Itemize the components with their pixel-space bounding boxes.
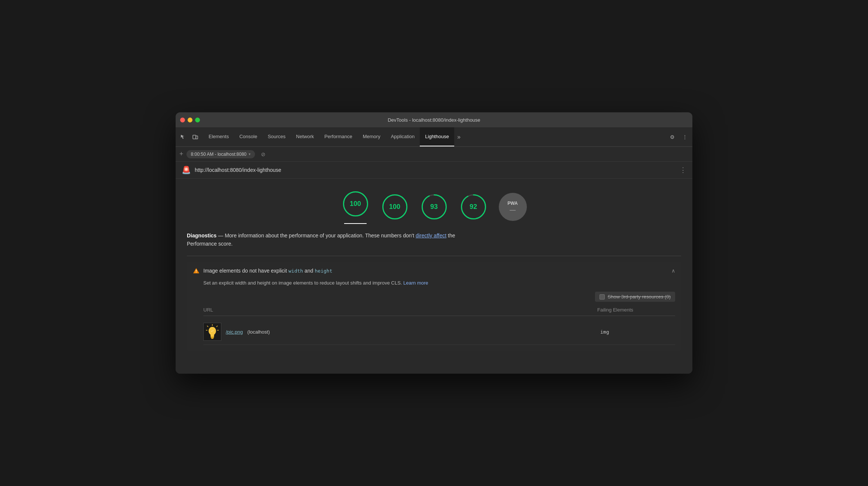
more-options-icon[interactable]: ⋮ [680, 132, 690, 142]
learn-more-link[interactable]: Learn more [403, 280, 428, 286]
lightbulb-thumbnail-icon [206, 324, 219, 340]
address-bar: + 8:00:50 AM - localhost:8080 ▾ ⊘ [176, 147, 692, 162]
window-title: DevTools - localhost:8080/index-lighthou… [388, 117, 480, 123]
diagnostics-separator: — More information about the performance… [218, 233, 416, 239]
audit-header[interactable]: ! Image elements do not have explicit wi… [187, 262, 681, 279]
resource-host: (localhost) [248, 329, 270, 335]
score-accessibility[interactable]: 100 [381, 193, 409, 221]
filter-label: Show 3rd-party resources (0) [608, 294, 671, 300]
image-thumbnail [203, 323, 221, 341]
inspect-icon[interactable] [178, 132, 188, 142]
diagnostics-title: Diagnostics [187, 233, 216, 239]
tab-lighthouse[interactable]: Lighthouse [420, 127, 454, 146]
score-value-4: 92 [470, 203, 477, 211]
audit-description: Set an explicit width and height on imag… [203, 279, 675, 287]
warning-icon: ! [193, 267, 200, 274]
devtools-window: DevTools - localhost:8080/index-lighthou… [176, 112, 692, 374]
score-value-3: 93 [430, 203, 438, 211]
failing-elements-column-header: Failing Elements [597, 307, 672, 313]
lighthouse-options-icon[interactable]: ⋮ [680, 166, 686, 174]
resource-url[interactable]: /pic.png [226, 329, 243, 335]
code-width: width [288, 268, 303, 274]
third-party-filter[interactable]: Show 3rd-party resources (0) [595, 292, 675, 302]
score-active-indicator [344, 223, 367, 224]
audit-body: Set an explicit width and height on imag… [187, 279, 681, 351]
url-bar[interactable]: 8:00:50 AM - localhost:8080 ▾ [186, 150, 255, 158]
minimize-button[interactable] [188, 118, 192, 122]
tab-memory[interactable]: Memory [358, 127, 386, 146]
scores-section: 100 100 93 [176, 179, 692, 224]
tab-application[interactable]: Application [386, 127, 420, 146]
url-text: 8:00:50 AM - localhost:8080 [191, 152, 247, 157]
diagnostics-section: Diagnostics — More information about the… [187, 231, 681, 248]
tab-console[interactable]: Console [234, 127, 262, 146]
url-chevron-icon: ▾ [249, 152, 251, 156]
svg-rect-1 [196, 136, 198, 139]
tab-elements[interactable]: Elements [203, 127, 234, 146]
traffic-lights [180, 118, 200, 122]
svg-text:!: ! [195, 269, 197, 273]
title-bar: DevTools - localhost:8080/index-lighthou… [176, 112, 692, 127]
url-column-header: URL [203, 307, 597, 313]
new-tab-button[interactable]: + [179, 150, 183, 158]
pwa-dash: — [510, 207, 516, 213]
score-pwa[interactable]: PWA — [499, 193, 527, 221]
score-value-2: 100 [389, 203, 400, 211]
filter-checkbox[interactable] [600, 294, 605, 300]
directly-affect-link[interactable]: directly affect [416, 233, 446, 239]
device-toggle-icon[interactable] [190, 132, 200, 142]
lighthouse-url-header: 🚨 http://localhost:8080/index-lighthouse… [176, 162, 692, 179]
tab-sources[interactable]: Sources [262, 127, 291, 146]
filter-row: Show 3rd-party resources (0) [203, 292, 675, 302]
svg-rect-19 [211, 337, 214, 338]
svg-rect-0 [193, 135, 196, 139]
svg-line-13 [207, 326, 208, 327]
table-row: /pic.png (localhost) img [203, 319, 675, 345]
table-header: URL Failing Elements [203, 306, 675, 316]
audit-item-image-dimensions: ! Image elements do not have explicit wi… [187, 262, 681, 351]
url-cell: /pic.png (localhost) [203, 323, 600, 341]
failing-element-tag: img [600, 329, 609, 335]
score-value-1: 100 [350, 200, 361, 208]
lighthouse-logo-icon: 🚨 [182, 165, 191, 174]
close-button[interactable] [180, 118, 185, 122]
score-best-practices[interactable]: 93 [420, 193, 448, 221]
more-tabs-button[interactable]: » [454, 134, 464, 140]
code-height: height [315, 268, 333, 274]
score-seo[interactable]: 92 [459, 193, 488, 221]
tabs-container: Elements Console Sources Network Perform… [203, 127, 667, 146]
section-divider [187, 256, 681, 256]
devtools-left-icons [178, 132, 200, 142]
audit-collapse-icon[interactable]: ∧ [671, 268, 675, 274]
stop-button[interactable]: ⊘ [261, 151, 265, 157]
tab-network[interactable]: Network [291, 127, 319, 146]
maximize-button[interactable] [195, 118, 200, 122]
tab-bar: Elements Console Sources Network Perform… [176, 127, 692, 147]
pwa-label: PWA [507, 201, 518, 206]
svg-line-14 [216, 326, 218, 327]
score-performance[interactable]: 100 [342, 190, 370, 224]
main-content: Diagnostics — More information about the… [176, 224, 692, 374]
svg-rect-18 [210, 337, 214, 337]
lighthouse-url: http://localhost:8080/index-lighthouse [195, 167, 676, 173]
tab-performance[interactable]: Performance [319, 127, 357, 146]
svg-rect-20 [211, 338, 213, 339]
failing-elements-cell: img [600, 329, 675, 335]
tab-actions: ⚙ ⋮ [667, 132, 690, 142]
audit-title: Image elements do not have explicit widt… [203, 268, 668, 274]
settings-icon[interactable]: ⚙ [667, 132, 677, 142]
